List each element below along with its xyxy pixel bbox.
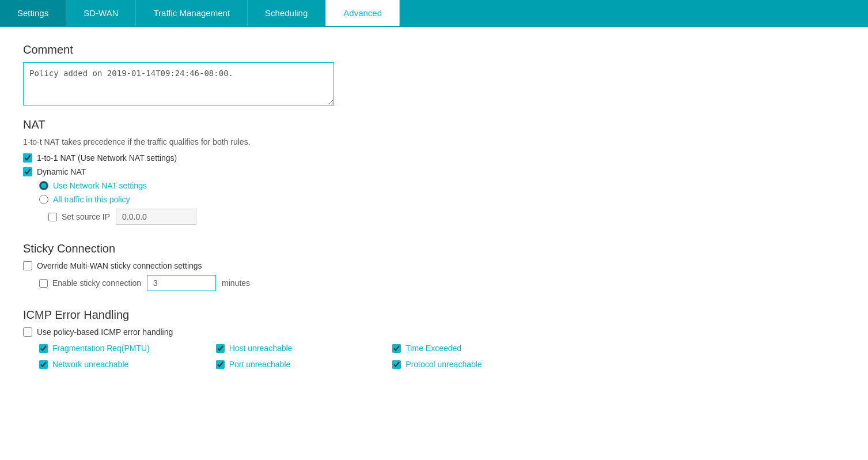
use-network-nat-label[interactable]: Use Network NAT settings bbox=[53, 181, 147, 190]
tab-settings[interactable]: Settings bbox=[0, 0, 66, 26]
one-to-one-nat-checkbox[interactable] bbox=[23, 153, 32, 163]
all-traffic-row: All traffic in this policy bbox=[39, 195, 845, 204]
tab-traffic-management[interactable]: Traffic Management bbox=[136, 0, 248, 26]
icmp-grid: Fragmentation Req(PMTU)Host unreachableT… bbox=[39, 344, 558, 369]
icmp-title: ICMP Error Handling bbox=[23, 308, 845, 322]
tab-sdwan[interactable]: SD-WAN bbox=[66, 0, 136, 26]
source-ip-row: Set source IP bbox=[48, 209, 845, 225]
icmp-item: Time Exceeded bbox=[392, 344, 558, 353]
icmp-item: Protocol unreachable bbox=[392, 360, 558, 369]
override-row: Override Multi-WAN sticky connection set… bbox=[23, 261, 845, 270]
icmp-frag-req-checkbox[interactable] bbox=[39, 344, 48, 353]
policy-based-icmp-checkbox[interactable] bbox=[23, 327, 32, 337]
enable-sticky-checkbox[interactable] bbox=[39, 279, 48, 288]
sticky-minutes-input[interactable] bbox=[147, 275, 216, 291]
icmp-port-unreachable-label[interactable]: Port unreachable bbox=[229, 360, 291, 369]
enable-sticky-label[interactable]: Enable sticky connection bbox=[52, 278, 141, 288]
override-sticky-label[interactable]: Override Multi-WAN sticky connection set… bbox=[37, 261, 202, 270]
icmp-protocol-unreachable-checkbox[interactable] bbox=[392, 360, 401, 369]
set-source-ip-label[interactable]: Set source IP bbox=[62, 212, 110, 221]
dynamic-nat-checkbox[interactable] bbox=[23, 167, 32, 176]
icmp-network-unreachable-checkbox[interactable] bbox=[39, 360, 48, 369]
tab-scheduling[interactable]: Scheduling bbox=[248, 0, 325, 26]
all-traffic-label[interactable]: All traffic in this policy bbox=[53, 195, 130, 204]
one-to-one-nat-row: 1-to-1 NAT (Use Network NAT settings) bbox=[23, 153, 845, 163]
icmp-item: Network unreachable bbox=[39, 360, 204, 369]
icmp-item: Fragmentation Req(PMTU) bbox=[39, 344, 204, 353]
override-sticky-checkbox[interactable] bbox=[23, 261, 32, 270]
comment-textarea[interactable]: Policy added on 2019-01-14T09:24:46-08:0… bbox=[23, 62, 334, 105]
sticky-connection-title: Sticky Connection bbox=[23, 242, 845, 255]
icmp-network-unreachable-label[interactable]: Network unreachable bbox=[52, 360, 128, 369]
nat-section: NAT 1-to-t NAT takes precedence if the t… bbox=[23, 118, 845, 225]
nat-description: 1-to-t NAT takes precedence if the traff… bbox=[23, 137, 845, 146]
source-ip-input[interactable] bbox=[116, 209, 196, 225]
all-traffic-radio[interactable] bbox=[39, 195, 48, 204]
comment-section: Comment Policy added on 2019-01-14T09:24… bbox=[23, 43, 845, 105]
icmp-section: ICMP Error Handling Use policy-based ICM… bbox=[23, 308, 845, 369]
main-content: Comment Policy added on 2019-01-14T09:24… bbox=[0, 27, 868, 385]
tab-advanced[interactable]: Advanced bbox=[325, 0, 400, 26]
policy-based-row: Use policy-based ICMP error handling bbox=[23, 327, 845, 337]
icmp-time-exceeded-checkbox[interactable] bbox=[392, 344, 401, 353]
dynamic-nat-label[interactable]: Dynamic NAT bbox=[37, 167, 86, 176]
enable-sticky-row: Enable sticky connection minutes bbox=[39, 275, 845, 291]
icmp-item: Port unreachable bbox=[216, 360, 381, 369]
use-network-nat-radio[interactable] bbox=[39, 181, 48, 190]
icmp-port-unreachable-checkbox[interactable] bbox=[216, 360, 225, 369]
one-to-one-nat-label[interactable]: 1-to-1 NAT (Use Network NAT settings) bbox=[37, 153, 177, 163]
sticky-connection-section: Sticky Connection Override Multi-WAN sti… bbox=[23, 242, 845, 291]
set-source-ip-checkbox[interactable] bbox=[48, 213, 57, 221]
icmp-host-unreachable-label[interactable]: Host unreachable bbox=[229, 344, 293, 353]
icmp-frag-req-label[interactable]: Fragmentation Req(PMTU) bbox=[52, 344, 150, 353]
dynamic-nat-row: Dynamic NAT bbox=[23, 167, 845, 176]
nat-title: NAT bbox=[23, 118, 845, 131]
icmp-protocol-unreachable-label[interactable]: Protocol unreachable bbox=[405, 360, 482, 369]
use-network-nat-row: Use Network NAT settings bbox=[39, 181, 845, 190]
icmp-item: Host unreachable bbox=[216, 344, 381, 353]
icmp-host-unreachable-checkbox[interactable] bbox=[216, 344, 225, 353]
minutes-unit-label: minutes bbox=[222, 278, 250, 288]
comment-title: Comment bbox=[23, 43, 845, 56]
policy-based-icmp-label[interactable]: Use policy-based ICMP error handling bbox=[37, 327, 173, 337]
icmp-time-exceeded-label[interactable]: Time Exceeded bbox=[405, 344, 461, 353]
tab-bar: Settings SD-WAN Traffic Management Sched… bbox=[0, 0, 868, 27]
